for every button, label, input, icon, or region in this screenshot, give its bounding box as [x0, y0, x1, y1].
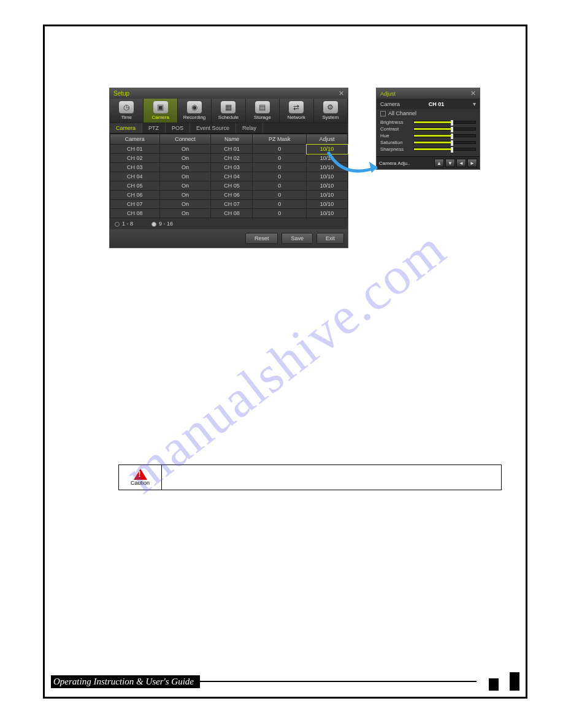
slider-saturation[interactable]: Saturation: [380, 139, 476, 146]
slider-hue[interactable]: Hue: [380, 132, 476, 139]
all-channel-row[interactable]: All Channel: [377, 109, 480, 118]
slider-handle-icon[interactable]: [451, 140, 453, 146]
cell-pz: 0: [253, 163, 307, 172]
cell-name: CH 07: [211, 200, 253, 209]
subtab-event-source[interactable]: Event Source: [190, 123, 236, 133]
page-footer: Operating Instruction & User's Guide: [45, 672, 526, 691]
adjust-title-text: Adjust: [380, 91, 396, 97]
save-button[interactable]: Save: [282, 233, 313, 244]
table-row[interactable]: CH 08OnCH 08010/10: [110, 209, 348, 218]
footer-title: Operating Instruction & User's Guide: [51, 675, 200, 688]
cell-pz: 0: [253, 200, 307, 209]
radio-9-16[interactable]: 9 - 16: [151, 221, 173, 227]
slider-label: Brightness: [380, 119, 411, 125]
cell-camera: CH 03: [110, 163, 160, 172]
table-row[interactable]: CH 07OnCH 07010/10: [110, 200, 348, 209]
schedule-icon: ▦: [221, 101, 236, 113]
subtab-pos[interactable]: POS: [166, 123, 190, 133]
slider-track[interactable]: [413, 141, 476, 144]
camera-select[interactable]: Camera CH 01 ▾: [377, 99, 480, 109]
table-row[interactable]: CH 03OnCH 03010/10: [110, 163, 348, 172]
close-icon[interactable]: ✕: [339, 89, 344, 97]
radio-1-8[interactable]: 1 - 8: [115, 221, 133, 227]
slider-handle-icon[interactable]: [451, 120, 453, 126]
cell-camera: CH 02: [110, 154, 160, 163]
slider-track[interactable]: [413, 148, 476, 151]
table-row[interactable]: CH 04OnCH 04010/10: [110, 172, 348, 181]
toolbar-label: Camera: [151, 115, 169, 120]
cell-adjust[interactable]: 10/10: [307, 209, 348, 218]
toolbar-camera[interactable]: ▣Camera: [144, 99, 177, 123]
toolbar-recording[interactable]: ◉Recording: [178, 99, 212, 123]
reset-button[interactable]: Reset: [245, 233, 278, 244]
camera-table: CameraConnectNamePZ MaskAdjust CH 01OnCH…: [110, 134, 348, 218]
cell-name: CH 02: [211, 154, 253, 163]
caution-icon-cell: Caution: [119, 465, 162, 490]
setup-footer: Reset Save Exit: [110, 229, 348, 248]
down-icon[interactable]: ▼: [445, 159, 455, 167]
column-header: Connect: [159, 134, 211, 145]
cell-pz: 0: [253, 145, 307, 154]
clock-icon: ◷: [119, 101, 134, 113]
toolbar-system[interactable]: ⚙System: [314, 99, 348, 123]
slider-track[interactable]: [413, 121, 476, 124]
slider-handle-icon[interactable]: [451, 127, 453, 132]
caution-label: Caution: [131, 480, 150, 486]
subtab-ptz[interactable]: PTZ: [142, 123, 166, 133]
slider-handle-icon[interactable]: [451, 147, 453, 153]
watermark: manualshive.com: [113, 218, 457, 505]
caution-content: [162, 465, 501, 490]
table-row[interactable]: CH 01OnCH 01010/10: [110, 145, 348, 154]
camera-adjust-controls: Camera Adju.. ▲ ▼ ◄ ►: [377, 156, 480, 169]
table-row[interactable]: CH 06OnCH 06010/10: [110, 191, 348, 200]
subtab-camera[interactable]: Camera: [110, 123, 142, 133]
slider-contrast[interactable]: Contrast: [380, 126, 476, 132]
setup-window: Setup ✕ ◷Time▣Camera◉Recording▦Schedule▤…: [109, 88, 348, 248]
cell-camera: CH 06: [110, 191, 160, 200]
close-icon[interactable]: ✕: [470, 89, 476, 97]
table-row[interactable]: CH 02OnCH 02010/10: [110, 154, 348, 163]
table-row[interactable]: CH 05OnCH 05010/10: [110, 181, 348, 191]
slider-track[interactable]: [413, 127, 476, 131]
toolbar-time[interactable]: ◷Time: [110, 99, 144, 123]
setup-title-text: Setup: [113, 90, 129, 97]
column-header: Adjust: [307, 134, 348, 145]
adjust-titlebar: Adjust ✕: [377, 88, 480, 99]
toolbar-schedule[interactable]: ▦Schedule: [212, 99, 245, 123]
setup-titlebar: Setup ✕: [110, 88, 348, 99]
subtab-relay[interactable]: Relay: [236, 123, 263, 133]
exit-button[interactable]: Exit: [316, 233, 344, 244]
cell-connect: On: [159, 191, 211, 200]
cell-connect: On: [159, 209, 211, 218]
cell-pz: 0: [253, 181, 307, 191]
right-icon[interactable]: ►: [467, 159, 477, 167]
up-icon[interactable]: ▲: [434, 159, 444, 167]
column-header: Camera: [110, 134, 160, 145]
left-icon[interactable]: ◄: [456, 159, 466, 167]
slider-brightness[interactable]: Brightness: [380, 119, 476, 126]
caution-box: Caution: [118, 464, 502, 490]
toolbar-label: Storage: [254, 115, 271, 120]
toolbar-label: Network: [288, 115, 305, 120]
cell-pz: 0: [253, 191, 307, 200]
toolbar-storage[interactable]: ▤Storage: [246, 99, 280, 123]
cell-adjust[interactable]: 10/10: [307, 200, 348, 209]
storage-icon: ▤: [255, 101, 270, 113]
slider-track[interactable]: [413, 134, 476, 137]
cell-camera: CH 08: [110, 209, 160, 218]
slider-handle-icon[interactable]: [451, 134, 453, 139]
cell-connect: On: [159, 200, 211, 209]
setup-toolbar: ◷Time▣Camera◉Recording▦Schedule▤Storage⇄…: [110, 99, 348, 123]
adjust-panel: Adjust ✕ Camera CH 01 ▾ All Channel Brig…: [376, 88, 480, 170]
cell-camera: CH 07: [110, 200, 160, 209]
camera-icon: ▣: [153, 101, 168, 113]
cell-connect: On: [159, 181, 211, 191]
cell-name: CH 05: [211, 181, 253, 191]
checkbox-icon[interactable]: [380, 111, 386, 116]
slider-sharpness[interactable]: Sharpness: [380, 146, 476, 153]
cell-adjust[interactable]: 10/10: [307, 191, 348, 200]
column-header: Name: [211, 134, 253, 145]
toolbar-network[interactable]: ⇄Network: [280, 99, 313, 123]
cell-connect: On: [159, 163, 211, 172]
recording-icon: ◉: [187, 101, 202, 113]
